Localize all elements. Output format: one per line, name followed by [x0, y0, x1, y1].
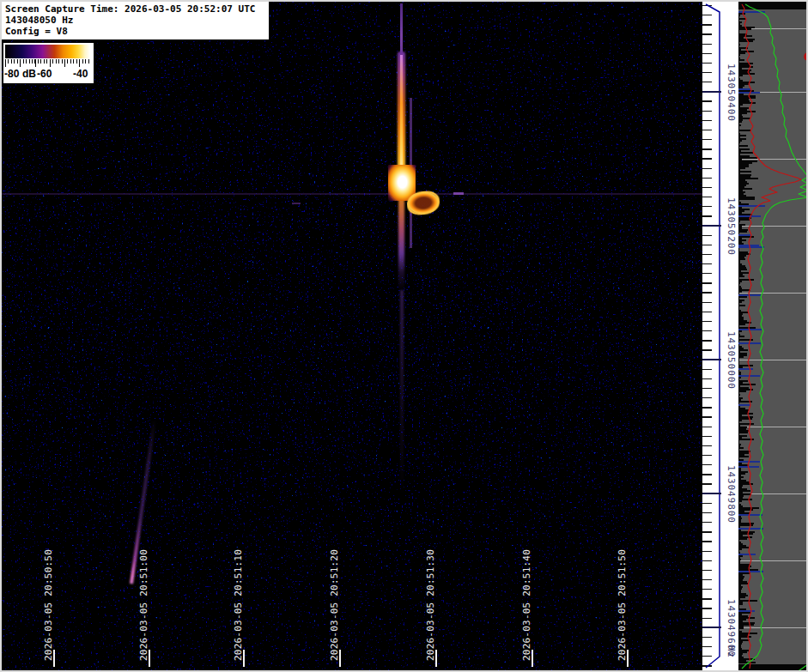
noise-bar: [738, 20, 739, 21]
noise-bar: [738, 52, 745, 54]
noise-bar: [738, 267, 746, 269]
noise-bar: [738, 173, 740, 174]
noise-bar: [738, 40, 753, 42]
noise-bar: [738, 221, 740, 222]
noise-bar: [738, 621, 743, 622]
noise-bar: [738, 452, 749, 454]
noise-bar: [738, 468, 741, 469]
meteor-echo-tail: [398, 196, 404, 292]
db-label-minus80: -80: [4, 68, 19, 80]
noise-bar-blue: [738, 88, 750, 90]
noise-bar: [738, 586, 743, 588]
noise-bar: [738, 162, 752, 164]
noise-bar: [738, 480, 746, 481]
noise-bar: [738, 567, 750, 569]
noise-bar: [738, 469, 741, 471]
noise-bar-blue: [738, 404, 750, 406]
noise-bar: [738, 270, 741, 272]
noise-bar: [738, 473, 745, 475]
noise-bar: [738, 519, 741, 521]
noise-bar: [738, 160, 757, 162]
noise-bar: [738, 392, 739, 394]
noise-bar: [738, 118, 750, 119]
db-color-scale-legend: -80 dB -60 -40: [3, 42, 94, 84]
noise-bar: [738, 648, 742, 650]
noise-bar: [738, 64, 750, 66]
noise-bar: [738, 59, 744, 61]
noise-bar: [738, 197, 755, 198]
noise-bar: [738, 382, 743, 384]
echo-fragment-dash: [453, 192, 464, 195]
noise-bar-blue: [738, 514, 762, 516]
waterfall-spectrogram: 2026-03-05 20:50:502026-03-05 20:51:0020…: [2, 2, 702, 670]
meteor-echo-tail-faint: [400, 290, 404, 496]
noise-bar: [738, 351, 740, 353]
frequency-ruler: 1430504001430502001430500001430498001430…: [702, 2, 738, 670]
noise-bar: [738, 538, 747, 540]
noise-bar: [738, 68, 742, 70]
noise-bar: [738, 73, 755, 75]
noise-bar: [738, 87, 743, 88]
noise-bar: [738, 191, 745, 193]
noise-bar: [738, 627, 744, 629]
noise-bar: [738, 324, 745, 325]
noise-bar: [738, 499, 752, 500]
noise-bar: [738, 131, 739, 133]
noise-bar: [738, 112, 747, 114]
noise-bar: [738, 607, 739, 608]
noise-bar: [738, 16, 739, 18]
noise-bar: [738, 236, 754, 238]
time-tick: [149, 650, 150, 667]
noise-bar: [738, 435, 747, 437]
noise-bar: [738, 190, 743, 191]
noise-bar: [738, 497, 743, 499]
noise-bar-blue: [738, 554, 756, 555]
noise-bar: [738, 366, 743, 368]
noise-bar: [738, 406, 740, 408]
noise-bar: [738, 643, 742, 645]
noise-bar: [738, 588, 742, 590]
noise-bar: [738, 336, 744, 337]
noise-bar: [738, 253, 750, 255]
noise-bar: [738, 593, 746, 595]
noise-bar: [738, 423, 754, 425]
noise-bar: [738, 584, 741, 586]
db-label-minus40: -40: [73, 68, 88, 80]
noise-bar: [738, 581, 747, 583]
noise-bar: [738, 227, 742, 229]
noise-bar: [738, 653, 743, 655]
noise-bar: [738, 363, 739, 365]
time-label: 2026-03-05 20:51:20: [329, 549, 340, 661]
noise-bar: [738, 126, 739, 128]
noise-bar: [738, 136, 740, 138]
noise-bar: [738, 358, 739, 360]
noise-bar: [738, 178, 758, 179]
noise-bar: [738, 138, 746, 140]
frequency-major-tick: [702, 91, 721, 93]
noise-bar: [738, 617, 755, 619]
noise-bar: [738, 428, 746, 430]
noise-bar: [738, 583, 749, 584]
noise-bar-blue: [738, 528, 763, 530]
noise-bar: [738, 241, 742, 243]
noise-bar: [738, 365, 753, 366]
noise-bar: [738, 543, 743, 545]
noise-bar: [738, 49, 741, 51]
noise-bar: [738, 631, 742, 633]
noise-bar: [738, 360, 739, 361]
noise-bar: [738, 251, 748, 253]
noise-bar: [738, 396, 739, 397]
noise-bar: [738, 330, 742, 332]
noise-bar: [738, 337, 739, 339]
noise-bar: [738, 633, 757, 634]
frequency-major-tick: [702, 493, 721, 494]
noise-bar: [738, 203, 749, 205]
noise-bar: [738, 657, 744, 658]
noise-bar: [738, 354, 747, 356]
noise-bar: [738, 255, 746, 257]
noise-bar: [738, 325, 739, 327]
noise-bar: [738, 281, 742, 282]
noise-bar: [738, 75, 743, 76]
db-label-minus60: -60: [37, 68, 52, 80]
noise-bar: [738, 506, 743, 507]
